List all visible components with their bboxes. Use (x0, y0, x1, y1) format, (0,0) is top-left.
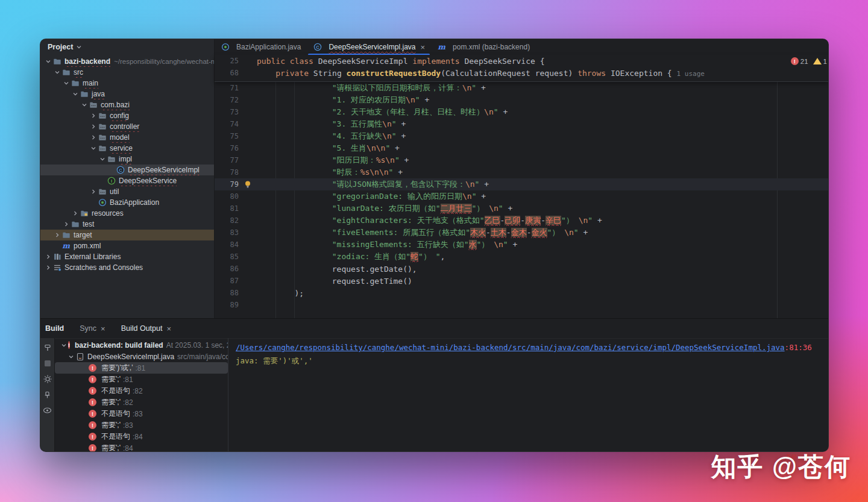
line-number[interactable]: 80 (215, 192, 239, 201)
code-line-77[interactable]: 77"阳历日期：%s\n" + (215, 154, 828, 166)
code-line-79[interactable]: 79"请以JSON格式回复，包含以下字段：\n" + (215, 178, 828, 190)
editor-tab-baziapplication-java[interactable]: BaziApplication.java (215, 39, 307, 55)
chevron-closed-icon[interactable] (54, 231, 61, 239)
tree-item-baziapplication[interactable]: BaziApplication (40, 197, 214, 208)
inspection-widget[interactable]: ! 21 1 (791, 57, 827, 65)
tree-item-pom-xml[interactable]: mpom.xml (40, 240, 214, 251)
build-error-row[interactable]: !不是语句:82 (55, 385, 228, 397)
tree-item-impl[interactable]: impl (40, 154, 214, 165)
code-line-80[interactable]: 80"gregorianDate: 输入的阳历日期\n" + (215, 190, 828, 202)
tree-item-config[interactable]: config (40, 110, 214, 121)
tree-item-java[interactable]: java (40, 89, 214, 99)
chevron-closed-icon[interactable] (45, 264, 52, 271)
code-line-85[interactable]: 85"zodiac: 生肖（如"蛇"） ", (215, 251, 828, 263)
chevron-closed-icon[interactable] (90, 112, 97, 119)
tree-item-test[interactable]: test (40, 219, 214, 230)
tree-item-com-bazi[interactable]: com.bazi (40, 99, 214, 110)
line-number[interactable]: 68 (215, 69, 239, 77)
chevron-open-icon[interactable] (99, 155, 106, 163)
sticky-line-68[interactable]: 68private String constructRequestBody(Ca… (215, 67, 828, 79)
code-line-89[interactable]: 89 (215, 299, 828, 311)
chevron-open-icon[interactable] (72, 90, 79, 98)
tree-item-external-libraries[interactable]: External Libraries (40, 251, 214, 262)
chevron-open-icon[interactable] (45, 58, 52, 65)
code-line-75[interactable]: 75"4. 五行缺失\n" + (215, 130, 828, 142)
tree-item-scratches-and-consoles[interactable]: Scratches and Consoles (40, 262, 214, 273)
tree-item-bazi-backend[interactable]: bazi-backend~/responsibility/canghe/wech… (40, 56, 214, 67)
hammer-icon[interactable] (43, 343, 52, 353)
tree-item-src[interactable]: src (40, 67, 214, 78)
line-number[interactable]: 72 (215, 96, 239, 104)
lightbulb-icon[interactable] (244, 180, 251, 189)
chevron-open-icon[interactable] (60, 342, 68, 349)
line-number[interactable]: 84 (215, 240, 239, 249)
close-icon[interactable]: × (420, 43, 425, 52)
tree-item-service[interactable]: service (40, 143, 214, 154)
build-error-row[interactable]: !需要';':84 (55, 442, 228, 451)
sticky-line-25[interactable]: 25public class DeepSeekServiceImpl imple… (215, 55, 828, 67)
code-line-86[interactable]: 86request.getDate(), (215, 263, 828, 275)
code-line-72[interactable]: 72"1. 对应的农历日期\n" + (215, 94, 828, 106)
chevron-open-icon[interactable] (54, 69, 61, 76)
chevron-closed-icon[interactable] (90, 188, 97, 195)
stop-icon[interactable] (43, 359, 52, 368)
build-result-row[interactable]: !bazi-backend: build failedAt 2025.03. 1… (55, 339, 228, 351)
code-line-81[interactable]: 81"lunarDate: 农历日期（如"二月廿三"） \n" + (215, 202, 828, 215)
code-line-83[interactable]: 83"fiveElements: 所属五行（格式如"木火-土木-金木-金火"） … (215, 227, 828, 239)
line-number[interactable]: 89 (215, 301, 239, 309)
editor-tab-deepseekserviceimpl-java[interactable]: CDeepSeekServiceImpl.java× (307, 39, 431, 55)
build-error-row[interactable]: !需要';':83 (55, 419, 228, 431)
close-icon[interactable]: × (101, 324, 105, 333)
pin-icon[interactable] (43, 390, 52, 400)
line-number[interactable]: 71 (215, 84, 239, 92)
chevron-open-icon[interactable] (63, 80, 70, 87)
line-number[interactable]: 81 (215, 204, 239, 213)
line-number[interactable]: 85 (215, 253, 239, 261)
chevron-closed-icon[interactable] (45, 253, 52, 260)
line-number[interactable]: 86 (215, 265, 239, 273)
tree-item-main[interactable]: main (40, 78, 214, 89)
file-link[interactable]: /Users/canghe/responsibility/canghe/wech… (236, 343, 785, 352)
line-number[interactable]: 25 (215, 57, 239, 65)
project-panel-header[interactable]: Project (40, 39, 214, 55)
chevron-open-icon[interactable] (68, 353, 75, 360)
build-error-row[interactable]: !需要';':81 (55, 374, 228, 385)
code-line-87[interactable]: 87request.getTime() (215, 275, 828, 287)
line-number[interactable]: 73 (215, 108, 239, 116)
tree-item-model[interactable]: model (40, 132, 214, 143)
build-error-row[interactable]: !需要')'或',':81 (55, 362, 228, 374)
line-number[interactable]: 88 (215, 289, 239, 297)
line-number[interactable]: 78 (215, 168, 239, 177)
line-number[interactable]: 87 (215, 277, 239, 285)
tree-item-target[interactable]: target (40, 230, 214, 240)
line-number[interactable]: 76 (215, 144, 239, 152)
chevron-open-icon[interactable] (90, 145, 97, 152)
tree-item-util[interactable]: util (40, 186, 214, 197)
code-line-84[interactable]: 84"missingElements: 五行缺失（如"水"） \n" + (215, 239, 828, 251)
line-number[interactable]: 74 (215, 120, 239, 128)
code-line-74[interactable]: 74"3. 五行属性\n" + (215, 118, 828, 130)
gear-icon[interactable] (43, 374, 52, 384)
build-error-row[interactable]: !不是语句:84 (55, 431, 228, 442)
chevron-closed-icon[interactable] (72, 210, 79, 217)
tree-item-resources[interactable]: resources (40, 208, 214, 219)
tree-item-deepseekserviceimpl[interactable]: CDeepSeekServiceImpl (40, 165, 214, 175)
code-line-82[interactable]: 82"eightCharacters: 天干地支（格式如"乙巳-己卯-庚寅-辛巳… (215, 215, 828, 227)
close-icon[interactable]: × (166, 324, 171, 333)
build-error-row[interactable]: !不是语句:83 (55, 408, 228, 419)
build-tab-sync[interactable]: Sync× (80, 324, 105, 333)
code-editor[interactable]: 71"请根据以下阳历日期和时辰，计算：\n" +72"1. 对应的农历日期\n"… (215, 82, 828, 320)
code-line-76[interactable]: 76"5. 生肖\n\n" + (215, 142, 828, 154)
tree-item-deepseekservice[interactable]: IDeepSeekService (40, 175, 214, 186)
chevron-open-icon[interactable] (81, 101, 88, 108)
eye-icon[interactable] (43, 406, 52, 415)
line-number[interactable]: 77 (215, 156, 239, 165)
tree-item-controller[interactable]: controller (40, 121, 214, 132)
build-tab-build-output[interactable]: Build Output× (121, 324, 171, 333)
editor-tab-pom-xml-bazi-backend-[interactable]: mpom.xml (bazi-backend) (431, 39, 536, 55)
code-line-73[interactable]: 73"2. 天干地支（年柱、月柱、日柱、时柱）\n" + (215, 106, 828, 118)
code-line-88[interactable]: 88); (215, 287, 828, 299)
line-number[interactable]: 82 (215, 216, 239, 225)
code-line-78[interactable]: 78"时辰：%s\n\n" + (215, 166, 828, 178)
build-file-row[interactable]: DeepSeekServiceImpl.javasrc/main/java/co… (55, 351, 228, 362)
